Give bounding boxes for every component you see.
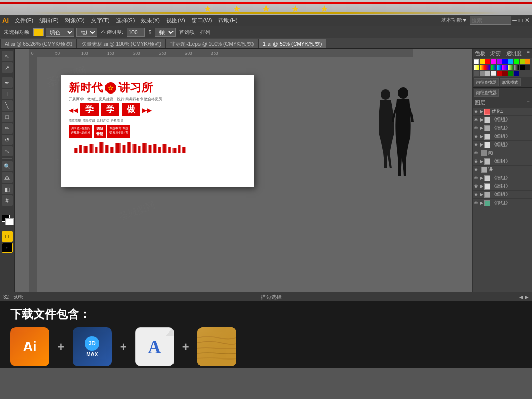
- swatch-grad7[interactable]: [508, 65, 513, 70]
- layer-eye-icon-2: 👁: [474, 126, 479, 131]
- menu-edit[interactable]: 编辑(E): [37, 16, 61, 25]
- layer-thumbnail-5: [481, 150, 487, 156]
- swatch-green[interactable]: [514, 59, 519, 64]
- menu-effect[interactable]: 效果(X): [138, 16, 163, 25]
- swatch-orange[interactable]: [525, 59, 530, 64]
- panel-nav2: 路径查找器: [473, 88, 532, 98]
- swatch-magenta[interactable]: [491, 59, 496, 64]
- swatch-darkgray[interactable]: [525, 65, 530, 70]
- layer-item-3[interactable]: 👁 ▶ 《细组》: [473, 132, 532, 141]
- menu-window[interactable]: 窗口(W): [189, 16, 215, 25]
- pen-tool[interactable]: ✒: [2, 77, 13, 88]
- swatch-grad4[interactable]: [491, 65, 496, 70]
- download-title: 下载文件包含：: [10, 307, 522, 322]
- layer-item-7[interactable]: 👁 讲: [473, 166, 532, 174]
- swatch-white[interactable]: [474, 59, 479, 64]
- swatch-grad8[interactable]: [514, 65, 519, 70]
- foreground-color[interactable]: [2, 215, 10, 222]
- layers-panel-header: 图层 ≡: [473, 98, 532, 108]
- layer-item-10[interactable]: 👁 ▶ 《细组》: [473, 191, 532, 199]
- fill-color[interactable]: [33, 28, 44, 36]
- search-input[interactable]: [470, 16, 511, 25]
- blend-tool[interactable]: ⁂: [2, 172, 13, 183]
- layer-item-2[interactable]: 👁 ▶ 《细组》: [473, 124, 532, 132]
- menu-view[interactable]: 视图(V): [164, 16, 188, 25]
- swatch-red[interactable]: [485, 59, 490, 64]
- swatch-lime[interactable]: [520, 59, 525, 64]
- menu-file[interactable]: 文件(F): [12, 16, 36, 25]
- swatch-darkgreen[interactable]: [508, 71, 513, 76]
- mesh-tool[interactable]: #: [2, 195, 13, 206]
- layer-item-11[interactable]: 👁 ▶ 《绿组》: [473, 199, 532, 207]
- tab-al[interactable]: Al.ai @ 65.26% (CMYK/预览): [0, 39, 77, 48]
- layer-name-3: 《细组》: [491, 133, 531, 140]
- swatch-black[interactable]: [520, 65, 525, 70]
- artboard-content: 新时代 ☆ 讲习所 开展'两学一做'精进党风建设・践行'四讲四有'争做合格党员 …: [61, 75, 254, 187]
- tab-eps[interactable]: 非标题-1.eps @ 100% (CMYK/预览): [166, 39, 258, 48]
- swatch-gray[interactable]: [474, 71, 479, 76]
- selection-tool[interactable]: ↖: [2, 51, 13, 61]
- minimize-button[interactable]: ─: [512, 17, 517, 24]
- background-color[interactable]: [5, 218, 14, 225]
- gradient-tool[interactable]: ◧: [2, 184, 13, 194]
- layer-item-4[interactable]: 👁 ▶ 《细组》: [473, 141, 532, 149]
- swatch-grad3[interactable]: [485, 65, 490, 70]
- swatch-lightgray[interactable]: [485, 71, 490, 76]
- canvas-area[interactable]: 圣城图网 圣城图网 圣城图网 圣城图网 圣城图网 新时代 ☆ 讲习所 开展'两学…: [15, 49, 472, 292]
- menu-text[interactable]: 文字(T): [88, 16, 112, 25]
- direct-select-tool[interactable]: ↗: [2, 62, 13, 73]
- layer-item-5[interactable]: 👁 向: [473, 149, 532, 157]
- layer-item-9[interactable]: 👁 ▶ 《细组》: [473, 182, 532, 191]
- status-info: 描边选择: [28, 294, 515, 301]
- max-icon-box: 3D MAX: [73, 327, 112, 366]
- layer-item-0[interactable]: 👁 ▶ 优化1: [473, 108, 532, 116]
- svg-rect-4: [95, 147, 98, 153]
- brush-tool[interactable]: ✏: [2, 123, 13, 134]
- swatch-grad6[interactable]: [502, 65, 508, 70]
- style-dropdown[interactable]: 样式: [155, 28, 176, 37]
- type-tool[interactable]: T: [2, 89, 13, 99]
- design-sub-banners: 党章党规 党员突破 系列讲话 合格党员: [69, 118, 246, 123]
- menu-select[interactable]: 选择(S): [113, 16, 138, 25]
- menu-help[interactable]: 帮助(H): [216, 16, 240, 25]
- pathfinder-button[interactable]: 路径查找器: [474, 89, 499, 97]
- menu-object[interactable]: 对象(O): [62, 16, 87, 25]
- nav-arrows[interactable]: ◀ ▶: [519, 294, 529, 300]
- rect-tool[interactable]: □: [2, 112, 13, 122]
- close-button[interactable]: ✕: [525, 17, 530, 24]
- eyedropper-tool[interactable]: 🔍: [2, 161, 13, 171]
- stroke-dropdown[interactable]: 笔触: [76, 28, 97, 37]
- rotate-tool[interactable]: ↺: [2, 135, 13, 145]
- filter-button[interactable]: 路径查找器: [474, 78, 499, 86]
- stroke-indicator[interactable]: ○: [2, 243, 13, 253]
- font-dropdown[interactable]: 填色: [46, 28, 74, 37]
- swatch-nearwhite[interactable]: [491, 71, 496, 76]
- swatch-cyan[interactable]: [508, 59, 513, 64]
- transform-button[interactable]: 形状模式: [500, 78, 521, 86]
- design-subtitle: 开展'两学一做'精进党风建设・践行'四讲四有'争做合格党员: [69, 97, 246, 101]
- arrange-label: 首选项: [178, 28, 196, 36]
- swatch-grad1[interactable]: [474, 65, 479, 70]
- tab-active[interactable]: 1.ai @ 50% (CMYK/预览): [258, 39, 326, 48]
- layer-item-1[interactable]: 👁 ▶ 《细组》: [473, 116, 532, 124]
- maximize-button[interactable]: □: [519, 17, 523, 24]
- opacity-input[interactable]: [127, 28, 145, 37]
- tab-vector[interactable]: 矢量素材.ai @ 100% (CMYK/预览): [77, 39, 166, 48]
- layer-item-8[interactable]: 👁 ▶ 《细组》: [473, 174, 532, 182]
- line-tool[interactable]: ╲: [2, 100, 13, 111]
- swatch-medgray[interactable]: [480, 71, 485, 76]
- color-swatches[interactable]: [2, 212, 13, 224]
- swatch-blue[interactable]: [502, 59, 508, 64]
- swatch-grad5[interactable]: [497, 65, 502, 70]
- paper-fold: [165, 328, 174, 336]
- fill-indicator[interactable]: □: [2, 231, 13, 242]
- swatch-grad2[interactable]: [480, 65, 485, 70]
- swatch-violet[interactable]: [497, 59, 502, 64]
- layer-item-6[interactable]: 👁 ▶ 《细组》: [473, 157, 532, 166]
- swatch-maroon[interactable]: [502, 71, 508, 76]
- swatch-darkred[interactable]: [497, 71, 502, 76]
- swatch-yellow[interactable]: [480, 59, 485, 64]
- svg-rect-8: [115, 143, 121, 153]
- swatch-navy[interactable]: [514, 71, 519, 76]
- scale-tool[interactable]: ⤡: [2, 146, 13, 156]
